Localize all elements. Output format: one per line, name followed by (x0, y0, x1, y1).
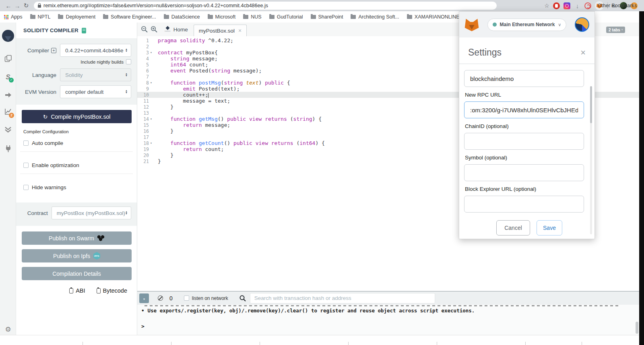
save-button[interactable]: Save (537, 220, 562, 236)
line-number: 17 (137, 134, 150, 140)
chainid-input[interactable] (464, 133, 584, 150)
reload-icon[interactable]: ↻ (22, 2, 31, 9)
rpc-url-label: New RPC URL (465, 92, 594, 98)
select-arrows-icon: ▲▼ (125, 48, 128, 52)
bytecode-copy-button[interactable]: Bytecode (97, 287, 127, 294)
plugin-manager-icon[interactable] (0, 145, 16, 153)
deploy-run-icon[interactable] (0, 92, 16, 98)
analysis-icon[interactable]: 2 (0, 108, 16, 118)
other-bookmarks[interactable]: Other Bookmarks (598, 0, 637, 11)
bookmark-label: SharePoint (318, 14, 343, 20)
metamask-fox-icon[interactable] (464, 18, 479, 31)
download-icon[interactable]: ↓ (574, 2, 581, 9)
zoom-out-icon[interactable] (140, 25, 149, 33)
bookmark-item[interactable]: Software Engineer... (103, 14, 156, 20)
terminal: ⌄⌄ 0 listen on network • Use exports/.re… (137, 291, 639, 335)
bookmark-item[interactable]: SharePoint (311, 14, 343, 20)
language-select[interactable]: Solidity▲▼ (60, 68, 131, 81)
terminal-search-input[interactable] (250, 293, 435, 304)
folder-icon (208, 15, 213, 19)
rpc-url-input[interactable] (464, 101, 584, 118)
clear-console-icon[interactable] (158, 295, 163, 301)
bookmark-label: GudTutorial (277, 14, 303, 20)
bookmark-item[interactable]: XAMARIANONLINE (407, 14, 460, 20)
network-name-input[interactable] (464, 70, 584, 87)
bookmark-item[interactable]: NPTL (30, 14, 51, 20)
evm-version-select[interactable]: compiler default▲▼ (60, 85, 131, 98)
listen-network-checkbox[interactable] (184, 295, 189, 301)
code-text: pragma solidity ^0.4.22; (155, 37, 233, 43)
line-number: 3 (137, 50, 150, 56)
terminal-expand-button[interactable]: ⌄⌄ (139, 293, 149, 303)
forward-icon[interactable]: → (13, 2, 22, 9)
screen-edge (639, 11, 644, 345)
bookmark-star-icon[interactable]: ☆ (544, 2, 549, 9)
auto-compile-checkbox[interactable] (23, 140, 29, 146)
file-explorer-icon[interactable] (0, 55, 16, 62)
back-icon[interactable]: ← (4, 2, 13, 9)
terminal-scrollbar[interactable] (636, 322, 638, 334)
instagram-icon[interactable] (564, 2, 570, 9)
code-text: count++; (155, 92, 208, 98)
close-tab-icon[interactable]: × (238, 27, 242, 34)
compilation-details-button[interactable]: Compilation Details (22, 267, 132, 280)
fold-arrow-icon[interactable]: ▾ (150, 80, 155, 86)
tab-home[interactable]: remix Home (159, 23, 194, 36)
bookmark-label: Software Engineer... (111, 14, 156, 20)
terminal-output[interactable]: • Use exports/.register(key, obj)/.remov… (137, 305, 639, 335)
text-cursor (208, 93, 208, 98)
terminal-prompt[interactable]: > (141, 323, 639, 329)
bookmark-item[interactable]: NUS (243, 14, 261, 20)
url-bar[interactable]: remix.ethereum.org/#optimize=false&evmVe… (34, 2, 497, 10)
line-number: 7 (137, 74, 150, 80)
bookmark-label: NPTL (38, 14, 51, 20)
nightly-builds-checkbox[interactable] (126, 59, 131, 64)
tab-mypostbox[interactable]: myPostBox.sol × (194, 25, 247, 36)
add-compiler-icon[interactable]: + (51, 48, 56, 53)
divider (20, 174, 133, 174)
select-arrows-icon: ▲▼ (125, 73, 128, 77)
compile-button[interactable]: ↻ Compile myPostBox.sol (22, 110, 132, 123)
line-number: 6 (137, 68, 150, 74)
debugger-icon[interactable] (0, 126, 16, 133)
fold-arrow-icon[interactable]: ▾ (150, 116, 155, 122)
adblock-icon[interactable] (553, 2, 560, 9)
hide-warnings-checkbox[interactable] (23, 185, 29, 190)
compiler-version-select[interactable]: 0.4.22+commit.4cb486e▲▼ (60, 44, 131, 57)
block-explorer-input[interactable] (464, 196, 584, 213)
settings-gear-icon[interactable]: ⚙ (0, 325, 16, 334)
fold-arrow-icon[interactable]: ▾ (150, 50, 155, 56)
bookmark-item[interactable]: Architecting Soft... (351, 14, 399, 20)
account-avatar[interactable] (575, 17, 589, 32)
apps-shortcut[interactable]: Apps (4, 14, 23, 20)
remix-logo[interactable] (0, 30, 16, 42)
enable-optimization-checkbox[interactable] (23, 163, 29, 168)
zoom-in-icon[interactable] (150, 25, 158, 33)
code-text: } (155, 128, 173, 134)
swirl-icon[interactable] (584, 2, 591, 9)
bookmark-item[interactable]: Microsoft (208, 14, 236, 20)
evm-version-label: EVM Version (16, 89, 56, 95)
chevron-down-icon: ∨ (558, 22, 561, 27)
contract-select[interactable]: myPostBox (myPostBox.sol)▲▼ (52, 207, 131, 219)
bookmark-item[interactable]: DataScience (164, 14, 200, 20)
solidity-compiler-icon[interactable]: S✓ (0, 73, 16, 83)
abi-copy-button[interactable]: ABI (69, 287, 85, 294)
publish-ipfs-button[interactable]: Publish on Ipfs IPFS (22, 249, 132, 262)
publish-swarm-button[interactable]: Publish on Swarm (22, 231, 132, 245)
network-selector[interactable]: Main Ethereum Network ∨ (487, 19, 567, 31)
language-label: Language (16, 72, 56, 78)
metamask-popup: Main Ethereum Network ∨ Settings × New R… (459, 11, 595, 239)
tabs-count-badge[interactable]: 2 tabs▾ (606, 27, 625, 33)
url-text[interactable]: remix.ethereum.org/#optimize=false&evmVe… (43, 3, 268, 8)
hide-warnings-label: Hide warnings (32, 184, 66, 190)
symbol-input[interactable] (464, 164, 584, 181)
cancel-button[interactable]: Cancel (496, 220, 530, 236)
docs-icon[interactable] (82, 28, 86, 33)
bookmark-item[interactable]: Deployement (58, 14, 95, 20)
fold-arrow-icon[interactable]: ▾ (150, 140, 155, 146)
popup-scrollbar-thumb[interactable] (590, 86, 592, 123)
line-number: 2 (137, 44, 150, 50)
close-icon[interactable]: × (580, 49, 586, 57)
bookmark-item[interactable]: GudTutorial (269, 14, 303, 20)
